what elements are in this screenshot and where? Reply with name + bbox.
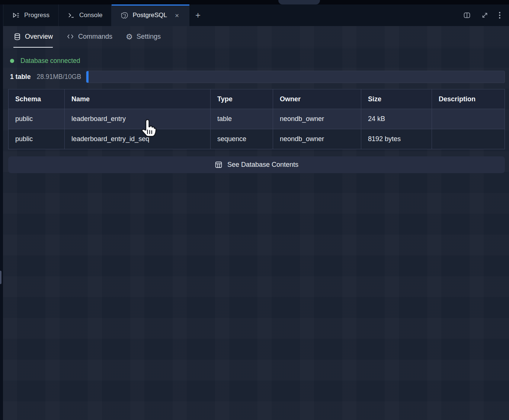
- table-row-cell-name[interactable]: leaderboard_entry_id_seq: [65, 129, 211, 149]
- subtab-label: Commands: [78, 33, 112, 41]
- table-row-cell-name[interactable]: leaderboard_entry: [65, 109, 211, 129]
- split-pane-icon[interactable]: [463, 11, 471, 19]
- storage-usage: 1 table 28.91MB/10GB: [8, 71, 505, 83]
- tab-console[interactable]: Console: [59, 4, 112, 26]
- subtab-label: Settings: [137, 33, 161, 41]
- new-tab-button[interactable]: +: [189, 4, 207, 26]
- see-database-contents-button[interactable]: See Database Contents: [8, 156, 505, 173]
- tables-table: Schema Name Type Owner Size Description …: [8, 89, 505, 149]
- code-icon: [66, 32, 74, 41]
- status-text: Database connected: [20, 57, 80, 65]
- progress-icon: [12, 12, 20, 19]
- column-header-size: Size: [361, 89, 432, 109]
- table-grid-icon: [215, 161, 223, 169]
- button-label: See Database Contents: [227, 161, 298, 169]
- status-dot-icon: [10, 59, 14, 63]
- table-row-cell-size[interactable]: 8192 bytes: [361, 129, 432, 149]
- kebab-menu-icon[interactable]: [499, 11, 501, 19]
- pane-actions: [463, 4, 509, 26]
- window-top-pill: [278, 0, 320, 4]
- pane-resize-handle[interactable]: [0, 271, 1, 284]
- table-row-cell-schema[interactable]: public: [9, 129, 65, 149]
- tab-postgresql[interactable]: PostgreSQL ×: [112, 4, 189, 26]
- window-top-strip: [0, 0, 509, 4]
- table-row-cell-size[interactable]: 24 kB: [361, 109, 432, 129]
- postgresql-icon: [121, 12, 128, 19]
- table-row-cell-type[interactable]: sequence: [211, 129, 273, 149]
- table-row-cell-type[interactable]: table: [211, 109, 273, 129]
- storage-progress-fill: [86, 71, 89, 83]
- tab-label: Progress: [24, 12, 49, 19]
- column-header-name: Name: [65, 89, 211, 109]
- storage-amount: 28.91MB/10GB: [36, 73, 81, 81]
- table-count: 1 table: [10, 73, 31, 81]
- storage-progress-bar: [86, 71, 505, 83]
- postgresql-panel: Overview Commands ⚙ Settings Database c: [3, 26, 509, 420]
- table-row-cell-owner[interactable]: neondb_owner: [273, 109, 361, 129]
- tab-label: PostgreSQL: [132, 12, 167, 19]
- gear-icon: ⚙: [126, 33, 133, 41]
- table-row-cell-description[interactable]: [432, 109, 505, 129]
- column-header-type: Type: [211, 89, 273, 109]
- tab-progress[interactable]: Progress: [3, 4, 59, 26]
- tab-commands[interactable]: Commands: [66, 26, 112, 48]
- close-tab-icon[interactable]: ×: [173, 11, 180, 20]
- postgresql-pane: Progress Console PostgreSQL × +: [3, 4, 509, 420]
- expand-icon[interactable]: [481, 11, 489, 19]
- tab-overview[interactable]: Overview: [13, 26, 53, 48]
- tab-bar-spacer: [207, 4, 463, 26]
- pane-tab-bar: Progress Console PostgreSQL × +: [3, 4, 509, 26]
- tab-settings[interactable]: ⚙ Settings: [126, 26, 161, 48]
- tab-label: Console: [79, 12, 102, 19]
- column-header-schema: Schema: [9, 89, 65, 109]
- table-row-cell-description[interactable]: [432, 129, 505, 149]
- column-header-owner: Owner: [273, 89, 361, 109]
- subtab-bar: Overview Commands ⚙ Settings: [3, 26, 509, 48]
- overview-content: Database connected 1 table 28.91MB/10GB …: [3, 48, 509, 420]
- table-row-cell-owner[interactable]: neondb_owner: [273, 129, 361, 149]
- db-status: Database connected: [8, 57, 505, 65]
- column-header-description: Description: [432, 89, 505, 109]
- console-icon: [68, 12, 75, 19]
- database-icon: [13, 33, 21, 41]
- subtab-label: Overview: [25, 33, 53, 41]
- table-row-cell-schema[interactable]: public: [9, 109, 65, 129]
